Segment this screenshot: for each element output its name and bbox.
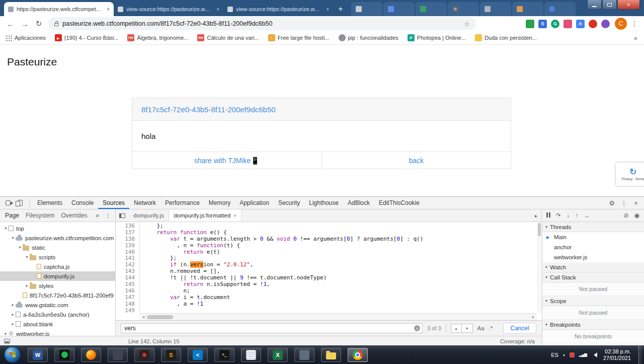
- devtools-tab-security[interactable]: Security: [274, 197, 304, 209]
- line-number[interactable]: 136: [116, 223, 135, 230]
- tree-item-www-gstatic-com[interactable]: ▸www.gstatic.com: [0, 300, 115, 310]
- extension-translate-icon[interactable]: A: [576, 20, 585, 28]
- extension-purple-circle-icon[interactable]: [601, 20, 610, 28]
- line-number[interactable]: 146: [116, 288, 135, 295]
- pause-script-button[interactable]: [546, 212, 550, 219]
- threads-section-header[interactable]: ▾Threads: [542, 222, 644, 232]
- tray-app-icon[interactable]: [570, 352, 575, 357]
- devtools-tab-editthiscookie[interactable]: EditThisCookie: [374, 197, 424, 209]
- mini-tab[interactable]: [512, 2, 543, 16]
- scroll-left-icon[interactable]: ◂: [140, 315, 147, 319]
- tree-collapse-icon[interactable]: ▾: [24, 255, 30, 259]
- mini-tab[interactable]: [416, 2, 447, 16]
- mini-tab[interactable]: [383, 2, 415, 16]
- taskbar-app-cmd[interactable]: >_: [214, 348, 234, 362]
- tree-item-styles[interactable]: ▸styles: [0, 281, 115, 290]
- line-number[interactable]: 137: [116, 230, 135, 236]
- browser-tab[interactable]: https://pasteurize.web.ctfcompet...×: [4, 2, 114, 16]
- line-number[interactable]: 148: [116, 301, 135, 308]
- taskbar-app-notepad[interactable]: [241, 348, 261, 362]
- bookmark-free-large-file-hosti[interactable]: ↑Free large file hosti...: [268, 34, 330, 41]
- back-button[interactable]: ←: [4, 20, 17, 28]
- taskbar-app-app-slate[interactable]: [294, 348, 314, 362]
- tree-item-a-6a3s3un5es0u-anchor[interactable]: ▸a-6a3s3un5es0u (anchor): [0, 310, 115, 319]
- tree-expand-icon[interactable]: ▸: [10, 303, 16, 307]
- line-number[interactable]: 149: [116, 308, 135, 314]
- editor-tab-dompurify-js[interactable]: dompurify.js: [129, 209, 169, 222]
- line-number[interactable]: 145: [116, 281, 135, 288]
- match-case-toggle[interactable]: Aa: [477, 325, 485, 331]
- start-button[interactable]: [4, 346, 21, 363]
- clear-search-icon[interactable]: ×: [414, 325, 420, 331]
- tree-item-8f17c5cf-72e0-43b5-8f11-200ef9[interactable]: 8f17c5cf-72e0-43b5-8f11-200ef9: [0, 290, 115, 300]
- bookmark-duda-con-persisten[interactable]: Duda con persisten...: [475, 34, 537, 41]
- devtools-tab-adblock[interactable]: AdBlock: [343, 197, 374, 209]
- thread-main[interactable]: ▶Main: [542, 232, 644, 242]
- tree-collapse-icon[interactable]: ▾: [10, 236, 16, 240]
- taskbar-app-vscode[interactable]: <: [188, 348, 208, 362]
- tree-collapse-icon[interactable]: ▾: [3, 226, 9, 231]
- taskbar-app-app-darkred[interactable]: [134, 348, 154, 362]
- editor-vertical-scrollbar[interactable]: [537, 222, 542, 313]
- navigator-more-tabs-icon[interactable]: »: [96, 212, 99, 219]
- breakpoints-section-header[interactable]: ▾Breakpoints: [542, 320, 644, 330]
- call-stack-section-header[interactable]: ▾Call Stack: [542, 272, 644, 282]
- bookmark-aplicaciones[interactable]: Aplicaciones: [5, 34, 46, 41]
- next-match-button[interactable]: ▾: [462, 324, 473, 333]
- navigator-tab-overrides[interactable]: Overrides: [61, 212, 87, 219]
- tree-item-about-blank[interactable]: ▸about:blank: [0, 319, 115, 329]
- scrollbar-thumb[interactable]: [538, 223, 541, 236]
- extension-red-circle-icon[interactable]: [589, 20, 597, 28]
- scope-section-header[interactable]: ▾Scope: [542, 296, 644, 306]
- line-number[interactable]: 139: [116, 243, 135, 249]
- mini-tab[interactable]: [480, 2, 511, 16]
- scrollbar-thumb[interactable]: [147, 315, 173, 319]
- browser-menu-icon[interactable]: ⋮: [631, 20, 638, 28]
- tree-collapse-icon[interactable]: ▾: [17, 245, 23, 250]
- line-number[interactable]: 147: [116, 295, 135, 301]
- profile-avatar[interactable]: C: [615, 18, 627, 30]
- inspect-element-icon[interactable]: [2, 197, 14, 209]
- tree-expand-icon[interactable]: ▸: [3, 331, 9, 336]
- watch-section-header[interactable]: ▾Watch: [542, 262, 644, 272]
- bookmark-c-lculo-de-una-vari[interactable]: PDFCálculo de una vari...: [197, 34, 259, 41]
- step-button[interactable]: →: [584, 212, 590, 219]
- extension-pink-icon[interactable]: [564, 20, 572, 28]
- device-toolbar-icon[interactable]: [14, 197, 26, 209]
- line-number[interactable]: 138: [116, 236, 135, 243]
- hide-navigator-icon[interactable]: [116, 209, 129, 222]
- forward-button[interactable]: →: [18, 20, 31, 28]
- regex-toggle[interactable]: .*: [489, 325, 493, 331]
- console-drawer-icon[interactable]: [4, 339, 10, 344]
- thread-webworker-js[interactable]: webworker.js: [542, 252, 644, 262]
- search-input[interactable]: [121, 324, 422, 333]
- code-editor[interactable]: 1361371381391401411421431441451461471481…: [116, 222, 542, 320]
- devtools-close-icon[interactable]: ×: [630, 197, 642, 209]
- taskbar-app-explorer[interactable]: [321, 348, 341, 362]
- back-link[interactable]: back: [321, 152, 511, 169]
- previous-match-button[interactable]: ▴: [451, 324, 462, 333]
- browser-tab[interactable]: view-source:https://pasteurize.w...×: [114, 2, 223, 16]
- address-bar[interactable]: pasteurize.web.ctfcompetition.com/8f17c5…: [48, 17, 476, 30]
- extension-green-circle-icon[interactable]: G: [551, 20, 559, 28]
- mini-tab[interactable]: [544, 2, 576, 16]
- tree-item-static[interactable]: ▾static: [0, 243, 115, 252]
- taskbar-app-sheet[interactable]: X: [268, 348, 288, 362]
- editor-overflow-icon[interactable]: ▸: [531, 209, 541, 222]
- volume-icon[interactable]: [591, 352, 597, 357]
- mini-tab[interactable]: [448, 2, 479, 16]
- extension-blue-s-icon[interactable]: S: [538, 20, 547, 28]
- tree-expand-icon[interactable]: ▸: [24, 283, 30, 288]
- mini-tab[interactable]: [351, 2, 382, 16]
- taskbar-app-app-dark[interactable]: [108, 348, 128, 362]
- bookmark-lgebra-trigonome[interactable]: PDFÁlgebra, trigonome...: [127, 34, 188, 41]
- close-window-button[interactable]: ×: [617, 0, 640, 10]
- tree-item-top[interactable]: ▾top: [0, 224, 115, 233]
- show-desktop-button[interactable]: [638, 345, 642, 364]
- tab-close-icon[interactable]: ×: [326, 7, 329, 12]
- tree-item-dompurify-js[interactable]: dompurify.js: [0, 271, 115, 281]
- thread-anchor[interactable]: anchor: [542, 242, 644, 252]
- devtools-tab-network[interactable]: Network: [129, 197, 160, 209]
- reload-button[interactable]: ↻: [32, 19, 45, 28]
- editor-tab-dompurify-js-formatted[interactable]: dompurify.js:formatted×: [169, 209, 242, 222]
